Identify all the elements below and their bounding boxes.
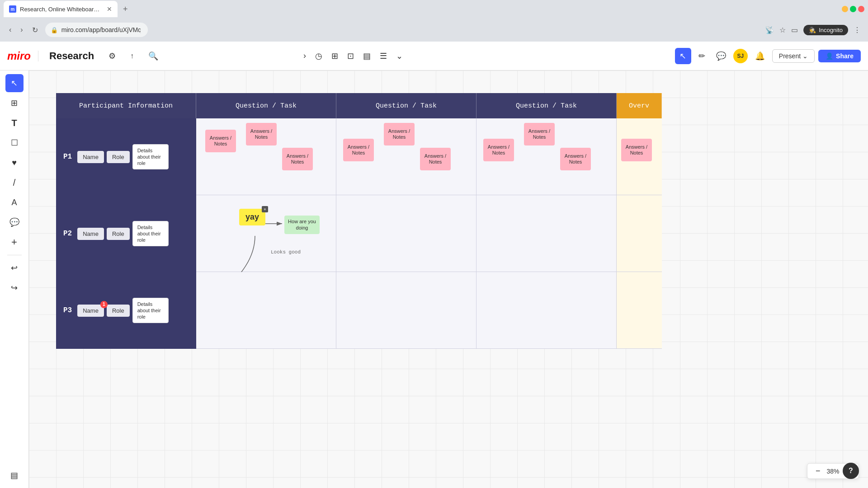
sticky-p1-q3-b[interactable]: Answers / Notes xyxy=(524,123,555,145)
zoom-out-icon: − xyxy=(816,466,821,475)
p3-name-card[interactable]: Name xyxy=(77,305,104,317)
new-tab-button[interactable]: + xyxy=(119,3,132,16)
sidebar-icon[interactable]: ▭ xyxy=(791,26,798,34)
sticky-p1-ov[interactable]: Answers / Notes xyxy=(621,139,652,161)
logo[interactable]: miro xyxy=(7,50,31,62)
cursor-tool-button[interactable]: ↖ xyxy=(675,48,691,64)
undo-button[interactable]: ↩ xyxy=(5,259,24,277)
p3-details-card[interactable]: Details about their role xyxy=(132,298,169,324)
comment-tool-button[interactable]: 💬 xyxy=(712,47,730,65)
sticky-p1-q2-c[interactable]: Answers / Notes xyxy=(420,148,451,170)
sticky-p1-q1-c[interactable]: Answers / Notes xyxy=(282,148,313,170)
participant-col-p2: P2 Name Role Details about their role xyxy=(56,195,196,272)
row-p3: P3 Name 1 Role Details about their role xyxy=(56,272,662,349)
sticky-p1-q1-b[interactable]: Answers / Notes xyxy=(246,123,277,145)
p3-role-card[interactable]: Role xyxy=(107,305,130,317)
frames-button[interactable]: ⊞ xyxy=(328,47,342,65)
back-button[interactable]: ‹ xyxy=(7,24,13,36)
p2-details-card[interactable]: Details about their role xyxy=(132,221,169,247)
present-button[interactable]: Present ⌄ xyxy=(772,49,815,63)
expand-button[interactable]: › xyxy=(300,47,310,64)
close-button[interactable] xyxy=(858,6,864,12)
minimize-button[interactable] xyxy=(842,6,848,12)
yay-sticky[interactable]: ≡ yay xyxy=(239,209,265,225)
yay-icon: ≡ xyxy=(262,206,268,212)
share-icon: 👤 xyxy=(826,52,833,60)
divider xyxy=(38,51,38,61)
pen-sidebar-button[interactable]: A xyxy=(5,193,24,211)
canvas-area[interactable]: Participant Information Question / Task … xyxy=(29,70,868,488)
search-button[interactable]: 🔍 xyxy=(145,47,162,65)
grid-sidebar-button[interactable]: ⊞ xyxy=(5,94,24,112)
board-name[interactable]: Research xyxy=(46,48,98,64)
share-label: Share xyxy=(836,52,854,60)
undo-icon: ↩ xyxy=(11,263,18,273)
pen-tool-button[interactable]: ✏ xyxy=(695,47,709,65)
forward-button[interactable]: › xyxy=(19,24,24,36)
sticky-p1-q2-a[interactable]: Answers / Notes xyxy=(343,139,374,161)
p2-name-card[interactable]: Name xyxy=(77,228,104,240)
address-bar[interactable]: 🔒 xyxy=(45,23,362,37)
incognito-icon: 🕵 xyxy=(809,27,816,33)
sidebar-bottom: ▤ xyxy=(5,466,24,484)
notes-button[interactable]: ☰ xyxy=(376,47,391,65)
help-icon: ? xyxy=(849,467,853,475)
comment-sidebar-button[interactable]: 💬 xyxy=(5,213,24,231)
p1-role-card[interactable]: Role xyxy=(107,151,130,163)
how-doing-sticky[interactable]: How are you doing xyxy=(284,216,320,234)
comment-icon: 💬 xyxy=(716,51,726,61)
stamp-sidebar-icon: ♥ xyxy=(12,158,17,168)
refresh-button[interactable]: ↻ xyxy=(30,24,40,36)
overview-col-p3 xyxy=(617,272,662,349)
present-chevron: ⌄ xyxy=(802,52,808,60)
sticky-sidebar-button[interactable]: ☐ xyxy=(5,134,24,152)
q2-col-p1: Answers / Notes Answers / Notes Answers … xyxy=(336,118,476,195)
redo-button[interactable]: ↪ xyxy=(5,279,24,297)
redo-icon: ↪ xyxy=(11,283,18,293)
cast-icon[interactable]: 📡 xyxy=(765,26,774,34)
looks-good-text: Looks good xyxy=(271,249,301,255)
timer-button[interactable]: ◷ xyxy=(311,47,326,65)
sticky-p1-q3-a[interactable]: Answers / Notes xyxy=(483,139,514,161)
export-button[interactable]: ↑ xyxy=(127,48,137,64)
minimap-button[interactable]: ▤ xyxy=(5,466,24,484)
zoom-out-button[interactable]: − xyxy=(813,465,823,477)
help-button[interactable]: ? xyxy=(843,463,859,479)
share-button[interactable]: 👤 Share xyxy=(818,50,861,62)
browser-tab[interactable]: m Research, Online Whiteboard for... ✕ xyxy=(4,1,118,17)
notifications-button[interactable]: 🔔 xyxy=(751,47,769,65)
p1-details-card[interactable]: Details about their role xyxy=(132,144,169,170)
incognito-indicator: 🕵 Incognito xyxy=(803,25,848,35)
p1-name-card[interactable]: Name xyxy=(77,151,104,163)
user-avatar[interactable]: SJ xyxy=(733,49,748,63)
top-bar: miro Research ⚙ ↑ 🔍 › ◷ ⊞ ⊡ ▤ ☰ ⌄ ↖ xyxy=(0,42,868,70)
text-sidebar-button[interactable]: T xyxy=(5,114,24,132)
sticky-p1-q3-c[interactable]: Answers / Notes xyxy=(560,148,591,170)
more-center-button[interactable]: ⌄ xyxy=(392,47,406,65)
q3-col-p1: Answers / Notes Answers / Notes Answers … xyxy=(476,118,617,195)
q1-col-p2: ≡ yay How are you doing xyxy=(196,195,336,272)
sticky-p1-q1-a[interactable]: Answers / Notes xyxy=(205,130,236,152)
tab-title: Research, Online Whiteboard for... xyxy=(20,6,101,13)
header-participant: Participant Information xyxy=(56,93,196,118)
arrow-sidebar-button[interactable]: / xyxy=(5,174,24,192)
sidebar-divider-1 xyxy=(7,255,22,255)
arrow-sidebar-icon: / xyxy=(13,178,16,188)
menu-icon[interactable]: ⋮ xyxy=(854,26,861,34)
sticky-p1-q2-b[interactable]: Answers / Notes xyxy=(384,123,415,145)
capture-button[interactable]: ⊡ xyxy=(344,47,358,65)
stamp-sidebar-button[interactable]: ♥ xyxy=(5,154,24,172)
add-sidebar-button[interactable]: + xyxy=(5,233,24,251)
cursor-sidebar-button[interactable]: ↖ xyxy=(5,74,24,92)
settings-button[interactable]: ⚙ xyxy=(105,47,119,65)
tab-close-button[interactable]: ✕ xyxy=(107,5,112,13)
address-input[interactable] xyxy=(45,23,148,37)
header-row: Participant Information Question / Task … xyxy=(56,93,662,118)
star-icon[interactable]: ☆ xyxy=(779,26,786,34)
q2-col-p2 xyxy=(336,195,476,272)
header-participant-label: Participant Information xyxy=(79,102,173,110)
p2-role-card[interactable]: Role xyxy=(107,228,130,240)
yay-text: yay xyxy=(245,212,259,221)
maximize-button[interactable] xyxy=(850,6,856,12)
cards-button[interactable]: ▤ xyxy=(359,47,374,65)
